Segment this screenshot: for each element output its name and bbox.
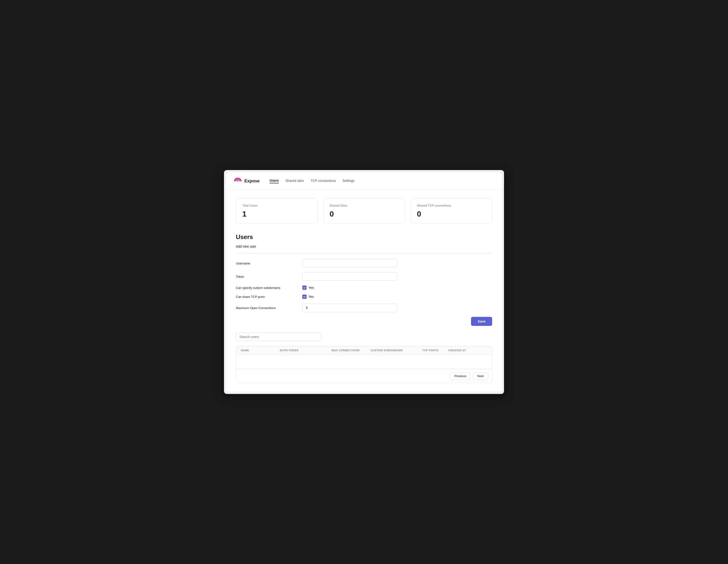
tcp-ports-label: Can share TCP ports: [236, 295, 302, 298]
max-connections-input[interactable]: [302, 303, 397, 312]
app-title: Expose: [244, 179, 260, 184]
nav-tcp-connections[interactable]: TCP connections: [311, 179, 336, 183]
stat-label-shared-tcp: Shared TCP connections: [417, 204, 486, 207]
stat-value-shared-tcp: 0: [417, 210, 486, 219]
save-row: Save: [236, 317, 492, 326]
stat-card-total-users: Total Users 1: [236, 198, 317, 224]
users-table: NAME AUTH-TOKEN MAX CONNECTIONS CUSTOM S…: [236, 346, 492, 383]
table-header: NAME AUTH-TOKEN MAX CONNECTIONS CUSTOM S…: [236, 346, 492, 355]
nav-shared-sites[interactable]: Shared sites: [285, 179, 304, 183]
custom-subdomains-label: Can specify custom subdomains: [236, 286, 302, 289]
token-input[interactable]: [302, 272, 397, 281]
stat-value-total-users: 1: [242, 210, 311, 219]
nav-users[interactable]: Users: [270, 179, 279, 183]
custom-subdomains-yes-label: Yes: [308, 286, 314, 289]
table-footer: Previous Next: [236, 369, 492, 383]
tcp-ports-checkbox-row: Yes: [302, 294, 314, 299]
tcp-ports-yes-label: Yes: [308, 295, 314, 298]
main-content: Total Users 1 Shared Sites 0 Shared TCP …: [226, 190, 502, 391]
app-inner: Expose Users Shared sites TCP connection…: [226, 173, 502, 391]
expose-logo-icon: [233, 177, 242, 185]
stat-label-shared-sites: Shared Sites: [330, 204, 398, 207]
tcp-ports-checkbox[interactable]: [302, 294, 307, 299]
table-body: [236, 355, 492, 369]
username-row: Username: [236, 259, 492, 268]
custom-subdomains-checkbox[interactable]: [302, 285, 307, 290]
col-header-tcp-ports: TCP PORTS: [422, 349, 448, 352]
col-header-created-at: CREATED AT: [448, 349, 487, 352]
col-header-name: NAME: [241, 349, 280, 352]
username-label: Username: [236, 262, 302, 265]
previous-button[interactable]: Previous: [450, 372, 471, 380]
username-input[interactable]: [302, 259, 397, 268]
custom-subdomains-row: Can specify custom subdomains Yes: [236, 285, 492, 290]
stat-card-shared-sites: Shared Sites 0: [323, 198, 405, 224]
col-header-auth-token: AUTH-TOKEN: [280, 349, 332, 352]
custom-subdomains-checkbox-row: Yes: [302, 285, 314, 290]
stat-card-shared-tcp: Shared TCP connections 0: [411, 198, 492, 224]
token-row: Token: [236, 272, 492, 281]
stat-value-shared-sites: 0: [330, 210, 398, 219]
users-section-title: Users: [236, 234, 492, 241]
token-label: Token: [236, 275, 302, 279]
navbar: Expose Users Shared sites TCP connection…: [226, 173, 502, 190]
next-button[interactable]: Next: [473, 372, 488, 380]
col-header-custom-subdomains: CUSTOM SUBDOMAINS: [370, 349, 422, 352]
nav-settings[interactable]: Settings: [342, 179, 355, 183]
col-header-max-connections: MAX CONNECTIONS: [331, 349, 370, 352]
add-new-user-label: Add new user: [236, 245, 492, 248]
stat-label-total-users: Total Users: [242, 204, 311, 207]
search-users-input[interactable]: [236, 332, 321, 341]
svg-point-1: [237, 181, 238, 182]
logo: Expose: [233, 177, 260, 185]
stats-row: Total Users 1 Shared Sites 0 Shared TCP …: [236, 198, 492, 224]
save-button[interactable]: Save: [471, 317, 492, 326]
max-connections-row: Maximum Open Connections: [236, 303, 492, 312]
app-window: Expose Users Shared sites TCP connection…: [224, 170, 504, 394]
nav-links: Users Shared sites TCP connections Setti…: [270, 179, 355, 183]
tcp-ports-row: Can share TCP ports Yes: [236, 294, 492, 299]
max-connections-label: Maximum Open Connections: [236, 306, 302, 310]
